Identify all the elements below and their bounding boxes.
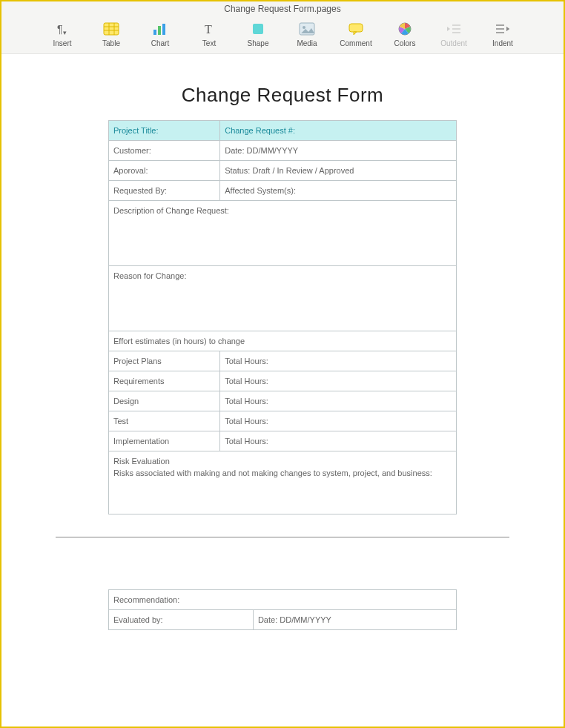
cell-requested-by: Requested By: (109, 181, 220, 201)
outdent-icon (445, 20, 463, 38)
svg-rect-7 (153, 30, 156, 35)
svg-text:▾: ▾ (63, 29, 67, 36)
outdent-label: Outdent (440, 39, 467, 47)
cell-est-right: Total Hours: (220, 351, 457, 371)
shape-label: Shape (248, 39, 269, 47)
cell-approval: Aporoval: (109, 161, 220, 181)
table-button[interactable]: Table (93, 20, 129, 47)
media-label: Media (297, 39, 317, 47)
svg-point-13 (303, 26, 305, 29)
table-row: Requirements Total Hours: (109, 371, 457, 391)
svg-text:¶: ¶ (57, 23, 63, 35)
svg-rect-8 (158, 26, 161, 35)
risk-title: Risk Evaluation (113, 457, 452, 466)
table-row: Risk Evaluation Risks associated with ma… (109, 451, 457, 514)
comment-label: Comment (340, 39, 371, 47)
table-icon (102, 20, 120, 38)
cell-affected-systems: Affected System(s): (220, 181, 457, 201)
cell-est-right: Total Hours: (220, 411, 457, 431)
svg-rect-2 (104, 23, 119, 35)
cell-est-left: Implementation (109, 431, 220, 451)
table-row: Customer: Date: DD/MM/YYYY (109, 141, 457, 161)
cell-effort-header: Effort estimates (in hours) to change (109, 331, 457, 351)
insert-icon: ¶▾ (53, 20, 71, 38)
toolbar: ¶▾ Insert Table Chart T Text Shape Media (1, 16, 564, 54)
chart-label: Chart (151, 39, 169, 47)
cell-est-right: Total Hours: (220, 431, 457, 451)
text-label: Text (202, 39, 216, 47)
table-row: Effort estimates (in hours) to change (109, 331, 457, 351)
table-row: Test Total Hours: (109, 411, 457, 431)
cell-change-request-num: Change Request #: (220, 121, 457, 141)
media-button[interactable]: Media (289, 20, 325, 47)
cell-description: Description of Change Request: (109, 201, 457, 266)
document-page-2: Recommendation: Evaluated by: Date: DD/M… (56, 589, 509, 630)
cell-est-left: Project Plans (109, 351, 220, 371)
cell-project-title: Project Title: (109, 121, 220, 141)
chart-icon (151, 20, 169, 38)
cell-reason: Reason for Change: (109, 266, 457, 331)
insert-button[interactable]: ¶▾ Insert (44, 20, 80, 47)
cell-risk: Risk Evaluation Risks associated with ma… (109, 451, 457, 514)
table-row: Reason for Change: (109, 266, 457, 331)
cell-evaluated-by: Evaluated by: (109, 610, 254, 630)
document-title: Change Request Form (56, 84, 509, 107)
shape-button[interactable]: Shape (240, 20, 276, 47)
risk-body: Risks associated with making and not mak… (113, 466, 452, 509)
document-page-1: Change Request Form Project Title: Chang… (56, 84, 509, 514)
table-label: Table (102, 39, 120, 47)
indent-label: Indent (492, 39, 513, 47)
table-row: Design Total Hours: (109, 391, 457, 411)
svg-rect-11 (253, 24, 263, 34)
colors-button[interactable]: Colors (387, 20, 423, 47)
svg-rect-14 (349, 24, 363, 32)
cell-customer: Customer: (109, 141, 220, 161)
colors-icon (396, 20, 414, 38)
text-icon: T (200, 20, 218, 38)
cell-recommendation: Recommendation: (109, 590, 457, 610)
insert-label: Insert (53, 39, 71, 47)
table-row: Aporoval: Status: Draft / In Review / Ap… (109, 161, 457, 181)
cell-status: Status: Draft / In Review / Approved (220, 161, 457, 181)
cell-date: Date: DD/MM/YYYY (220, 141, 457, 161)
shape-icon (249, 20, 267, 38)
cell-eval-date: Date: DD/MM/YYYY (253, 610, 456, 630)
window-title: Change Request Form.pages (1, 1, 564, 16)
cell-est-left: Design (109, 391, 220, 411)
indent-icon (494, 20, 512, 38)
page-break (56, 537, 509, 537)
table-row: Description of Change Request: (109, 201, 457, 266)
colors-label: Colors (394, 39, 416, 47)
table-row: Recommendation: (109, 590, 457, 610)
table-row: Evaluated by: Date: DD/MM/YYYY (109, 610, 457, 630)
table-row: Project Plans Total Hours: (109, 351, 457, 371)
comment-icon (347, 20, 365, 38)
table-row: Project Title: Change Request #: (109, 121, 457, 141)
media-icon (298, 20, 316, 38)
svg-text:T: T (205, 23, 212, 36)
cell-est-left: Requirements (109, 371, 220, 391)
chart-button[interactable]: Chart (142, 20, 178, 47)
table-row: Implementation Total Hours: (109, 431, 457, 451)
form-table-2: Recommendation: Evaluated by: Date: DD/M… (108, 589, 457, 630)
cell-est-right: Total Hours: (220, 371, 457, 391)
table-row: Requested By: Affected System(s): (109, 181, 457, 201)
outdent-button[interactable]: Outdent (436, 20, 472, 47)
cell-est-left: Test (109, 411, 220, 431)
indent-button[interactable]: Indent (485, 20, 521, 47)
text-button[interactable]: T Text (191, 20, 227, 47)
svg-rect-9 (162, 24, 165, 35)
form-table: Project Title: Change Request #: Custome… (108, 120, 457, 514)
comment-button[interactable]: Comment (338, 20, 374, 47)
document-canvas[interactable]: Change Request Form Project Title: Chang… (1, 54, 564, 728)
cell-est-right: Total Hours: (220, 391, 457, 411)
